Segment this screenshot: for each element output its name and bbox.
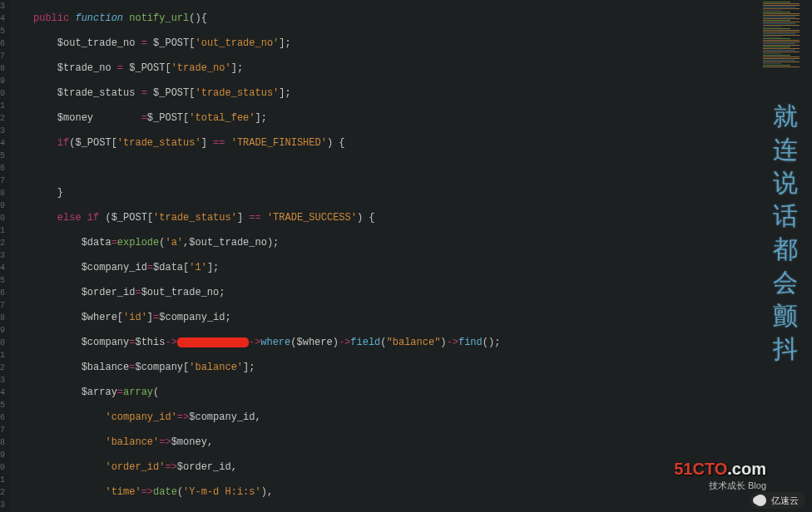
yisu-badge: 亿速云 bbox=[750, 492, 805, 509]
minimap[interactable] bbox=[763, 2, 809, 101]
logo-text: 51CTO bbox=[674, 460, 727, 478]
side-caption: 就连说话都会颤抖 bbox=[772, 100, 799, 366]
redacted-model-1 bbox=[177, 337, 249, 347]
code-area[interactable]: public function notify_url(){ $out_trade… bbox=[10, 0, 762, 512]
line-number-gutter: 3 4567 8901 2345 6789 0123 4567 8901 234… bbox=[0, 0, 10, 512]
logo-subtitle: 技术成长 Blog bbox=[709, 480, 766, 492]
line-no: 3 bbox=[0, 0, 5, 12]
code-editor[interactable]: 3 4567 8901 2345 6789 0123 4567 8901 234… bbox=[0, 0, 762, 512]
yisu-text: 亿速云 bbox=[771, 495, 799, 505]
logo-51cto: 51CTO.com bbox=[674, 460, 766, 479]
